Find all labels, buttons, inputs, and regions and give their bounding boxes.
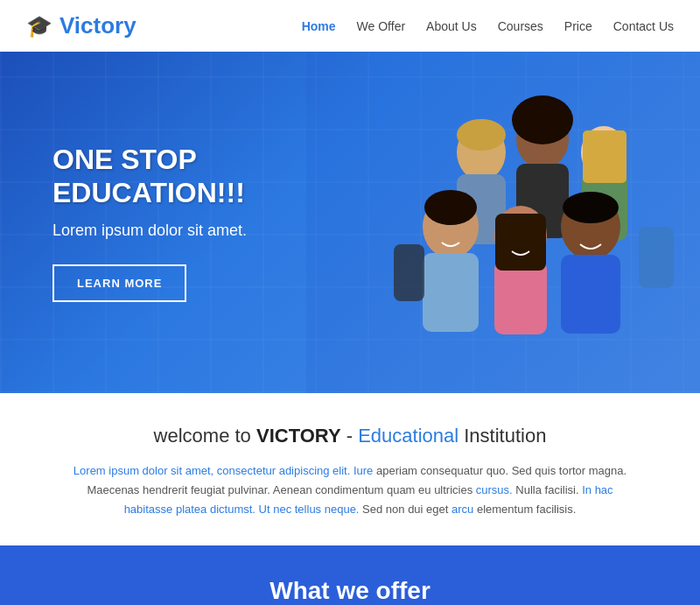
svg-point-6 bbox=[512, 95, 573, 144]
graduation-cap-icon: 🎓 bbox=[26, 14, 52, 39]
hero-subtitle: Lorem ipsum dolor sit amet. bbox=[52, 222, 315, 240]
hero-students-image bbox=[306, 52, 700, 393]
welcome-brand: VICTORY bbox=[256, 425, 341, 447]
welcome-section: welcome to VICTORY - Educational Institu… bbox=[0, 393, 700, 545]
svg-point-3 bbox=[457, 119, 506, 151]
welcome-connector: - bbox=[346, 425, 353, 447]
svg-rect-9 bbox=[583, 130, 626, 183]
learn-more-button[interactable]: LEARN MORE bbox=[52, 264, 186, 302]
site-header: 🎓 Victory Home We Offer About Us Courses… bbox=[0, 0, 700, 52]
svg-rect-14 bbox=[494, 260, 547, 334]
svg-rect-19 bbox=[639, 227, 674, 288]
hero-content: ONE STOP EDUCATION!!! Lorem ipsum dolor … bbox=[0, 143, 315, 303]
hero-section: ONE STOP EDUCATION!!! Lorem ipsum dolor … bbox=[0, 52, 700, 393]
hero-title: ONE STOP EDUCATION!!! bbox=[52, 143, 315, 210]
logo[interactable]: 🎓 Victory bbox=[26, 12, 136, 39]
svg-rect-17 bbox=[561, 255, 620, 334]
offer-title: What we offer bbox=[44, 577, 656, 605]
welcome-prefix: welcome to bbox=[154, 425, 251, 447]
svg-rect-15 bbox=[495, 214, 546, 271]
nav-price[interactable]: Price bbox=[564, 19, 592, 33]
welcome-title: welcome to VICTORY - Educational Institu… bbox=[70, 425, 630, 447]
svg-rect-11 bbox=[423, 253, 479, 332]
nav-contact-us[interactable]: Contact Us bbox=[613, 19, 674, 33]
svg-point-18 bbox=[563, 192, 619, 223]
welcome-highlight: Educational bbox=[358, 425, 458, 447]
main-nav: Home We Offer About Us Courses Price Con… bbox=[302, 19, 674, 33]
svg-point-12 bbox=[424, 190, 477, 225]
nav-courses[interactable]: Courses bbox=[498, 19, 543, 33]
offer-section: What we offer Online Courses Lorem ipsum… bbox=[0, 545, 700, 605]
welcome-suffix: Institution bbox=[464, 425, 546, 447]
nav-home[interactable]: Home bbox=[302, 19, 336, 33]
nav-about-us[interactable]: About Us bbox=[426, 19, 477, 33]
welcome-body: Lorem ipsum dolor sit amet, consectetur … bbox=[70, 461, 630, 519]
logo-text: Victory bbox=[60, 12, 136, 39]
nav-we-offer[interactable]: We Offer bbox=[357, 19, 406, 33]
svg-rect-20 bbox=[394, 244, 424, 301]
